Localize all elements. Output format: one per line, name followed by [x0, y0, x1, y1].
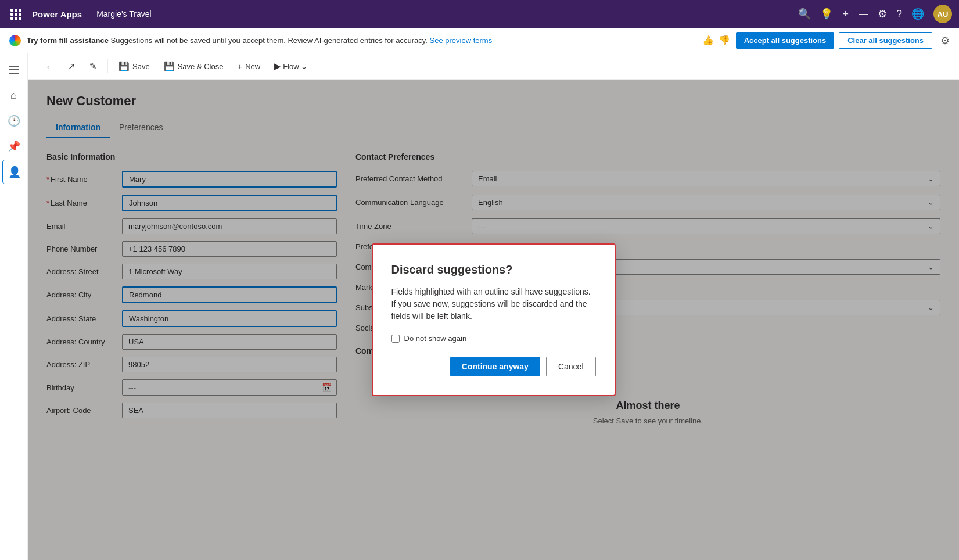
share-button[interactable]: ↗ [62, 58, 81, 74]
flow-dropdown-icon: ⌄ [301, 62, 307, 71]
edit-button[interactable]: ✎ [84, 58, 103, 74]
accept-all-button[interactable]: Accept all suggestions [736, 32, 835, 49]
modal-actions: Continue anyway Cancel [391, 357, 596, 376]
search-icon[interactable]: 🔍 [798, 8, 811, 20]
ai-settings-icon[interactable]: ⚙ [940, 34, 950, 47]
flow-icon: ▶ [274, 61, 281, 71]
hamburger-menu[interactable] [2, 58, 26, 81]
modal-dialog: Discard suggestions? Fields highlighted … [372, 243, 616, 396]
lightbulb-icon[interactable]: 💡 [820, 8, 833, 20]
modal-overlay[interactable]: Discard suggestions? Fields highlighted … [28, 80, 959, 560]
add-icon[interactable]: + [842, 8, 849, 20]
avatar[interactable]: AU [933, 5, 952, 23]
nav-active-icon[interactable]: 👤 [2, 160, 26, 184]
title-divider [89, 8, 89, 20]
back-button[interactable]: ← [39, 59, 60, 74]
nav-pinned-icon[interactable]: 📌 [2, 135, 26, 158]
modal-body: Fields highlighted with an outline still… [391, 286, 596, 322]
help-icon[interactable]: ? [896, 8, 902, 20]
edit-icon: ✎ [89, 61, 97, 71]
save-close-button[interactable]: 💾 Save & Close [158, 58, 229, 74]
app-subtitle: Margie's Travel [96, 9, 151, 19]
cancel-button[interactable]: Cancel [546, 357, 596, 376]
preview-terms-link[interactable]: See preview terms [429, 36, 492, 45]
ai-feedback: 👍 👎 [702, 35, 730, 46]
save-icon: 💾 [118, 61, 130, 71]
modal-checkbox-row: Do not show again [391, 334, 596, 343]
continue-anyway-button[interactable]: Continue anyway [450, 357, 540, 376]
toolbar: ← ↗ ✎ 💾 Save 💾 Save & Close + New ▶ [28, 53, 959, 80]
globe-icon[interactable]: 🌐 [911, 8, 924, 20]
flow-button[interactable]: ▶ Flow ⌄ [268, 58, 313, 74]
app-name: Power Apps [32, 9, 82, 19]
new-icon: + [237, 62, 242, 71]
ai-bar-bold: Try form fill assistance [27, 36, 109, 45]
flow-label: Flow [283, 62, 299, 71]
form-area: New Customer Information Preferences Bas… [28, 80, 959, 560]
save-close-icon: 💾 [164, 61, 175, 71]
thumbs-up-icon[interactable]: 👍 [702, 35, 714, 46]
title-icons: 🔍 💡 + ⸻ ⚙ ? 🌐 AU [798, 5, 952, 23]
filter-icon[interactable]: ⸻ [858, 8, 868, 20]
nav-recent-icon[interactable]: 🕑 [2, 109, 26, 132]
save-label: Save [132, 62, 150, 71]
ai-bar-text: Try form fill assistance Suggestions wil… [27, 36, 692, 45]
nav-home-icon[interactable]: ⌂ [2, 84, 26, 107]
ai-bar-actions: Accept all suggestions Clear all suggest… [736, 32, 932, 49]
do-not-show-checkbox[interactable] [391, 335, 400, 343]
thumbs-down-icon[interactable]: 👎 [719, 35, 730, 46]
back-icon: ← [45, 62, 54, 71]
share-icon: ↗ [68, 61, 76, 71]
settings-icon[interactable]: ⚙ [878, 8, 887, 20]
title-bar: Power Apps Margie's Travel 🔍 💡 + ⸻ ⚙ ? 🌐… [0, 0, 959, 28]
clear-all-button[interactable]: Clear all suggestions [839, 32, 932, 49]
modal-title: Discard suggestions? [391, 263, 596, 277]
save-button[interactable]: 💾 Save [113, 58, 156, 74]
ai-bar: Try form fill assistance Suggestions wil… [0, 28, 959, 53]
main-content: ← ↗ ✎ 💾 Save 💾 Save & Close + New ▶ [28, 53, 959, 560]
do-not-show-label[interactable]: Do not show again [404, 334, 467, 343]
ai-bar-body: Suggestions will not be saved until you … [111, 36, 430, 45]
main-layout: ⌂ 🕑 📌 👤 ← ↗ ✎ 💾 Save 💾 Save & Close [0, 53, 959, 560]
waffle-icon[interactable] [7, 5, 25, 23]
ai-logo-icon [9, 35, 21, 46]
new-button[interactable]: + New [231, 59, 266, 74]
toolbar-separator [107, 59, 108, 73]
save-close-label: Save & Close [178, 62, 224, 71]
side-nav: ⌂ 🕑 📌 👤 [0, 53, 28, 560]
new-label: New [245, 62, 260, 71]
